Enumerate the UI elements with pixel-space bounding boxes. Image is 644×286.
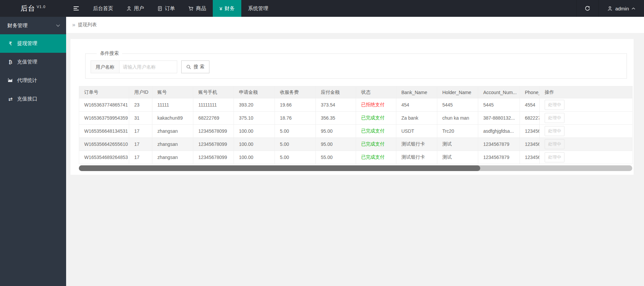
app-logo: 后台 V1.0 [0,0,66,17]
sidebar-item-withdraw[interactable]: ₹ 提现管理 [0,34,66,53]
cell-account: zhangsan [152,125,193,138]
admin-user-icon [607,6,612,11]
sidebar-item-agent-stats[interactable]: 代理统计 [0,71,66,90]
yen-icon: ¥ [219,6,222,11]
cell-order-no: W165363774865741 [79,98,129,112]
search-panel: 条件搜索 用户名称 搜 索 [85,50,627,79]
refresh-button[interactable] [576,0,598,17]
cell-account-phone: 12345678099 [193,138,234,151]
search-button[interactable]: 搜 索 [181,60,209,73]
scrollbar-thumb[interactable] [79,165,480,171]
nav-item-home[interactable]: 后台首页 [86,0,120,17]
version-label: V1.0 [37,5,46,9]
col-user-id: 用户ID [129,86,152,98]
top-nav: 后台首页 用户 订单 商品 ¥ 财务 系统管理 [66,0,275,17]
sidebar-withdraw-label: 提现管理 [17,40,37,47]
col-account-num: Account_Num... [478,86,520,98]
cell-user-id: 17 [129,151,152,164]
sidebar-toggle-button[interactable] [66,0,86,17]
cart-icon [188,6,194,11]
cell-account: zhangsan [152,138,193,151]
cell-service-fee: 18.76 [275,112,316,125]
cell-account-num: 387-8880132... [478,112,520,125]
cell-order-no: W165354689264853 [79,151,129,164]
cell-bank-name: 测试银行卡 [396,138,437,151]
sidebar-item-recharge-api[interactable]: ⇄ 充值接口 [0,90,66,108]
search-icon [186,65,191,70]
table-row: W165356648134531 17 zhangsan 12345678099… [79,125,633,138]
processing-button[interactable]: 处理中 [545,152,564,162]
cell-order-no: W165356648134531 [79,125,129,138]
cell-order-no: W165356642655610 [79,138,129,151]
search-form: 用户名称 搜 索 [91,60,622,73]
col-account: 账号 [152,86,193,98]
document-icon [157,6,162,11]
cell-account-num: asdfghjgfdsa... [478,125,520,138]
col-payable-amount: 应付金额 [316,86,356,98]
cell-bank-name: 测试银行卡 [396,151,437,164]
nav-users-label: 用户 [134,5,144,12]
bitcoin-icon: ₿ [7,59,13,65]
nav-item-finance[interactable]: ¥ 财务 [213,0,241,17]
chevron-down-icon [56,24,60,27]
cell-actions: 处理中 [540,138,633,151]
table-row: W165363774865741 23 11111 11111111 393.2… [79,98,633,112]
cell-holder-name: 5445 [437,98,478,112]
admin-menu[interactable]: admin [598,0,644,17]
topbar-right: admin [576,0,644,17]
sidebar-group-finance[interactable]: 财务管理 [0,17,66,34]
cell-payable-amount: 55.00 [316,151,356,164]
cell-account: kakachun89 [152,112,193,125]
horizontal-scrollbar[interactable] [79,165,632,171]
content-card: 条件搜索 用户名称 搜 索 [70,39,634,175]
admin-username: admin [615,6,629,11]
sidebar-item-recharge[interactable]: ₿ 充值管理 [0,53,66,71]
cell-payable-amount: 356.35 [316,112,356,125]
cell-account-phone: 68222769 [193,112,234,125]
cell-bank-name: USDT [396,125,437,138]
processing-button[interactable]: 处理中 [545,126,564,136]
processing-button[interactable]: 处理中 [545,139,564,149]
cell-user-id: 17 [129,125,152,138]
cell-actions: 处理中 [540,112,633,125]
status-badge: 已完成支付 [356,125,396,138]
nav-item-users[interactable]: 用户 [120,0,151,17]
topbar: 后台 V1.0 后台首页 用户 订单 商品 ¥ [0,0,644,17]
status-badge: 已拒绝支付 [356,98,396,112]
user-icon [127,6,132,11]
cell-phone-num: 1234567 [520,125,540,138]
processing-button[interactable]: 处理中 [545,113,564,123]
status-badge: 已完成支付 [356,112,396,125]
status-badge: 已完成支付 [356,138,396,151]
table-row: W165354689264853 17 zhangsan 12345678099… [79,151,633,164]
cell-account-phone: 12345678099 [193,125,234,138]
hamburger-icon [73,6,79,10]
swap-arrows-icon: ⇄ [7,96,13,102]
nav-item-system[interactable]: 系统管理 [241,0,275,17]
cell-service-fee: 5.00 [275,138,316,151]
sidebar-group-label: 财务管理 [7,23,28,29]
username-input[interactable] [119,60,177,73]
sidebar: 财务管理 ₹ 提现管理 ₿ 充值管理 代理统计 ⇄ 充值接口 [0,17,66,286]
processing-button[interactable]: 处理中 [545,100,564,110]
nav-home-label: 后台首页 [93,5,113,12]
chevron-up-icon [632,7,635,10]
refresh-icon [585,6,590,11]
cell-service-fee: 5.00 [275,151,316,164]
nav-system-label: 系统管理 [248,5,268,12]
cell-payable-amount: 373.54 [316,98,356,112]
cell-actions: 处理中 [540,151,633,164]
nav-item-products[interactable]: 商品 [182,0,213,17]
cell-holder-name: Trc20 [437,125,478,138]
nav-item-orders[interactable]: 订单 [151,0,182,17]
breadcrumb: » 提现列表 [66,17,644,33]
cell-payable-amount: 95.00 [316,125,356,138]
cell-actions: 处理中 [540,98,633,112]
col-order-no: 订单号 [79,86,129,98]
col-account-phone: 账号手机 [193,86,234,98]
cell-phone-num: 6822276 [520,112,540,125]
cell-order-no: W165363759954359 [79,112,129,125]
cell-account-num: 1234567879 [478,138,520,151]
col-phone-num: Phone_Num [520,86,540,98]
main-area: » 提现列表 条件搜索 用户名称 搜 索 [66,17,644,286]
